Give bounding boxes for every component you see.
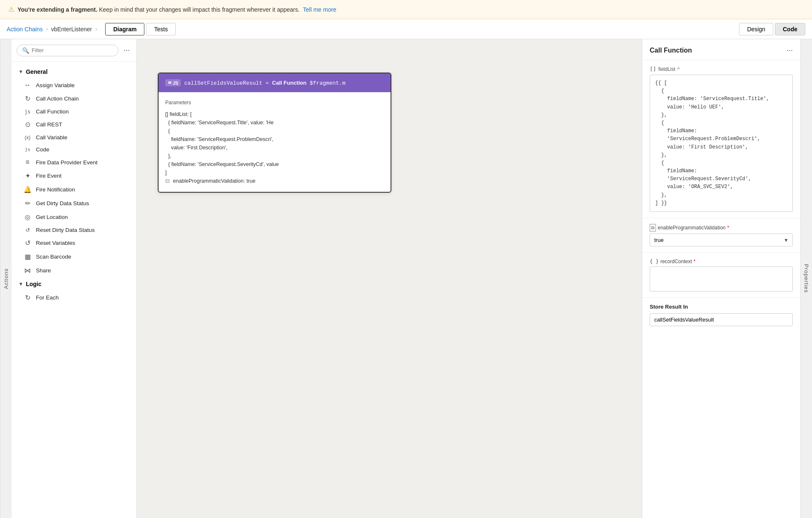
action-get-dirty-data-status[interactable]: ✏ Get Dirty Data Status — [12, 196, 136, 210]
section-logic-label: Logic — [26, 281, 41, 287]
get-location-icon: ◎ — [23, 213, 32, 221]
tab-diagram[interactable]: Diagram — [105, 23, 144, 35]
parameters-label: Parameters — [165, 99, 384, 107]
enable-select[interactable]: true false — [650, 234, 793, 246]
code-line-3: fieldName: 'ServiceRequest.ProblemDescri… — [165, 135, 384, 143]
store-result-label: Store Result In — [650, 304, 793, 310]
tab-tests[interactable]: Tests — [146, 23, 176, 35]
call-rest-icon: ⊙ — [23, 121, 32, 128]
store-result-input[interactable] — [650, 313, 793, 326]
action-reset-variables-label: Reset Variables — [36, 240, 75, 246]
search-input[interactable] — [32, 47, 113, 53]
action-get-location-label: Get Location — [36, 214, 68, 220]
record-context-required-star: * — [693, 259, 696, 264]
action-fire-data-provider-event[interactable]: ≡ Fire Data Provider Event — [12, 156, 136, 169]
share-icon: ⋈ — [23, 267, 32, 274]
fire-event-icon: ✦ — [23, 172, 32, 180]
warning-banner: ⚠ You're extending a fragment. Keep in m… — [0, 0, 812, 19]
scan-barcode-icon: ▦ — [23, 253, 32, 261]
action-call-variable-label: Call Variable — [36, 134, 68, 141]
breadcrumb-action-chains[interactable]: Action Chains — [7, 26, 43, 33]
code-line-1: { fieldName: 'ServiceRequest.Title', val… — [165, 118, 384, 127]
right-panel-header: Call Function ··· — [642, 39, 800, 60]
action-fire-event-label: Fire Event — [36, 173, 62, 179]
main-layout: Actions 🔍 ··· ▼ General ↔ Assign Variabl… — [0, 39, 812, 518]
breadcrumb-vb-enter-listener: vbEnterListener — [51, 26, 92, 33]
action-code-label: Code — [36, 146, 49, 153]
call-function-icon: js — [23, 109, 32, 115]
fire-notification-icon: 🔔 — [23, 186, 32, 194]
code-line-enable: ⊟ enableProgrammaticValidation: true — [165, 177, 384, 185]
enable-label-text: enableProgrammaticValidation — [658, 225, 726, 231]
right-buttons: Design Code — [739, 23, 805, 35]
enable-icon: ⊟ — [165, 178, 170, 184]
action-fire-event[interactable]: ✦ Fire Event — [12, 169, 136, 183]
section-logic-header[interactable]: ▼ Logic — [12, 277, 136, 291]
center-canvas: ≋ JS callSetFieldsValueResult = Call Fun… — [137, 39, 642, 518]
code-icon: js — [23, 147, 32, 152]
design-button[interactable]: Design — [739, 23, 773, 35]
code-line-6: { fieldName: 'ServiceRequest.SeverityCd'… — [165, 160, 384, 168]
action-scan-barcode[interactable]: ▦ Scan Barcode — [12, 250, 136, 264]
action-reset-dirty-data-label: Reset Dirty Data Status — [36, 227, 95, 233]
for-each-icon: ↻ — [23, 294, 32, 302]
diagram-card-body: Parameters [] fieldList: [ { fieldName: … — [159, 92, 391, 192]
warning-text: You're extending a fragment. Keep in min… — [18, 6, 336, 13]
record-context-label-row: { } recordContext * — [650, 259, 793, 264]
js-badge-wave: ≋ — [168, 80, 171, 85]
breadcrumb-sep-1: › — [46, 26, 48, 32]
action-share[interactable]: ⋈ Share — [12, 264, 136, 277]
record-context-section: { } recordContext * — [642, 253, 800, 298]
action-share-label: Share — [36, 267, 51, 274]
action-call-variable[interactable]: (x) Call Variable — [12, 131, 136, 143]
breadcrumb-sep-2: › — [95, 26, 97, 32]
breadcrumb: Action Chains › vbEnterListener › — [7, 26, 97, 33]
call-variable-icon: (x) — [23, 135, 32, 141]
action-assign-variable[interactable]: ↔ Assign Variable — [12, 78, 136, 92]
action-call-rest[interactable]: ⊙ Call REST — [12, 118, 136, 131]
js-badge-label: JS — [173, 80, 178, 85]
record-context-label-text: recordContext — [661, 259, 692, 264]
field-list-header: [] fieldList: [ — [165, 110, 384, 118]
record-context-editor[interactable] — [650, 267, 793, 292]
action-call-action-chain-label: Call Action Chain — [36, 96, 79, 102]
action-code[interactable]: js Code — [12, 143, 136, 156]
enable-icon-sq: ⊟ — [650, 224, 656, 231]
diagram-code-line: callSetFieldsValueResult = Call Function… — [184, 80, 345, 86]
assign-variable-icon: ↔ — [23, 81, 32, 89]
action-scan-barcode-label: Scan Barcode — [36, 254, 71, 260]
tab-group: Diagram Tests — [105, 23, 176, 35]
search-bar: 🔍 ··· — [12, 39, 136, 62]
warning-icon: ⚠ — [8, 5, 14, 13]
field-list-label-row: [] fieldList ^ — [650, 66, 793, 72]
enable-section: ⊟ enableProgrammaticValidation * true fa… — [642, 218, 800, 253]
section-general-header[interactable]: ▼ General — [12, 65, 136, 78]
action-call-function[interactable]: js Call Function — [12, 106, 136, 118]
code-button[interactable]: Code — [775, 23, 805, 35]
action-call-rest-label: Call REST — [36, 121, 62, 128]
action-reset-dirty-data-status[interactable]: ↺ Reset Dirty Data Status — [12, 224, 136, 236]
fire-data-provider-icon: ≡ — [23, 158, 32, 166]
action-call-action-chain[interactable]: ↻ Call Action Chain — [12, 92, 136, 106]
enable-label-row: ⊟ enableProgrammaticValidation * — [650, 224, 793, 231]
action-fire-notification[interactable]: 🔔 Fire Notification — [12, 183, 136, 196]
js-badge: ≋ JS — [165, 79, 181, 86]
action-call-function-label: Call Function — [36, 108, 69, 115]
enable-select-wrap[interactable]: true false ▼ — [650, 234, 793, 246]
search-input-wrap[interactable]: 🔍 — [17, 45, 119, 56]
field-list-editor[interactable]: {{ [ { fieldName: 'ServiceRequest.Title'… — [650, 75, 793, 212]
field-list-label-text: fieldList — [658, 66, 676, 72]
right-panel-menu-button[interactable]: ··· — [787, 46, 793, 55]
tell-me-more-link[interactable]: Tell me more — [303, 6, 336, 13]
search-icon: 🔍 — [22, 47, 29, 54]
right-panel: Call Function ··· [] fieldList ^ {{ [ { … — [642, 39, 800, 518]
logic-chevron-down-icon: ▼ — [18, 281, 23, 287]
chevron-down-icon: ▼ — [18, 69, 23, 75]
action-fire-notification-label: Fire Notification — [36, 186, 75, 193]
action-get-location[interactable]: ◎ Get Location — [12, 210, 136, 224]
diagram-card-header: ≋ JS callSetFieldsValueResult = Call Fun… — [159, 73, 391, 92]
action-reset-variables[interactable]: ↺ Reset Variables — [12, 236, 136, 250]
more-options-button[interactable]: ··· — [122, 44, 131, 56]
code-line-7: ] — [165, 168, 384, 177]
action-for-each[interactable]: ↻ For Each — [12, 291, 136, 304]
